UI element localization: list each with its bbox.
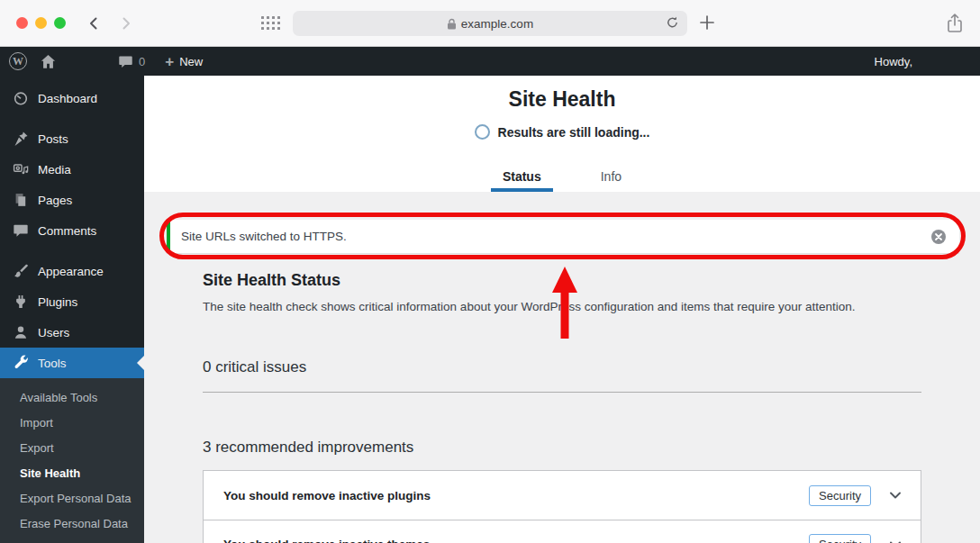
brush-icon [12,262,30,280]
security-badge: Security [809,485,871,506]
submenu-item-export-personal-data[interactable]: Export Personal Data [0,485,144,511]
wordpress-logo-icon[interactable]: W [9,52,27,70]
new-tab-button[interactable] [699,14,715,34]
back-button[interactable] [86,15,102,32]
loading-status: Results are still loading... [144,124,980,140]
sidebar-item-plugins[interactable]: Plugins [0,286,144,317]
sidebar-label: Pages [38,194,72,207]
plug-icon [12,293,30,311]
forward-chevron-icon [124,18,130,28]
comments-bubble-button[interactable] [118,54,133,69]
window-controls [16,17,66,29]
tab-status[interactable]: Status [491,169,553,192]
dismiss-notice-button[interactable] [930,229,947,245]
dashboard-icon [12,89,30,107]
success-notice: Site URLs switched to HTTPS. [167,220,959,253]
user-icon [12,323,30,341]
sidebar-label: Users [38,326,69,339]
page-title: Site Health [144,76,980,112]
plus-icon: + [165,54,174,69]
issue-title: You should remove inactive plugins [223,489,809,502]
section-divider [203,392,921,393]
issue-title: You should remove inactive themes [223,538,809,543]
refresh-icon[interactable] [666,15,679,32]
content-body: Site URLs switched to HTTPS. Site Health… [144,192,980,543]
chevron-down-icon [888,488,903,502]
issue-row-inactive-plugins[interactable]: You should remove inactive plugins Secur… [204,471,921,520]
sidebar-item-users[interactable]: Users [0,317,144,348]
tools-submenu: Available Tools Import Export Site Healt… [0,378,144,543]
howdy-greeting[interactable]: Howdy, [875,55,912,68]
submenu-item-erase-personal-data[interactable]: Erase Personal Data [0,511,144,536]
loading-spinner-icon [475,124,490,140]
chevron-down-icon [888,538,903,543]
zoom-window-button[interactable] [54,17,66,29]
recommended-heading: 3 recommended improvements [203,439,921,457]
sidebar-item-comments[interactable]: Comments [0,215,144,246]
close-window-button[interactable] [16,17,28,29]
sidebar-label: Posts [38,132,68,146]
security-badge: Security [809,534,871,543]
notice-message: Site URLs switched to HTTPS. [181,230,930,243]
tab-info[interactable]: Info [589,169,633,192]
sidebar-item-appearance[interactable]: Appearance [0,256,144,286]
loading-text: Results are still loading... [498,125,650,140]
comment-bubble-icon [119,56,132,67]
section-heading: Site Health Status [203,271,921,290]
section-description: The site health check shows critical inf… [203,300,921,313]
url-text: example.com [461,17,533,31]
submenu-item-export[interactable]: Export [0,435,144,460]
minimize-window-button[interactable] [35,17,47,29]
visit-site-button[interactable] [40,53,57,70]
pushpin-icon [12,130,30,148]
issue-row-inactive-themes[interactable]: You should remove inactive themes Securi… [204,520,921,543]
sidebar-item-media[interactable]: Media [0,154,144,185]
issues-accordion: You should remove inactive plugins Secur… [203,470,921,543]
submenu-item-site-health[interactable]: Site Health [0,460,144,485]
wrench-icon [12,354,30,372]
lock-icon [447,18,457,30]
share-button[interactable] [946,13,964,38]
share-icon [948,14,961,32]
comment-count: 0 [139,55,145,68]
sidebar-label: Appearance [38,265,104,278]
sidebar-item-dashboard[interactable]: Dashboard [0,83,144,113]
sidebar-label: Tools [38,357,67,370]
admin-sidebar: Dashboard Posts Media Pages [0,76,144,543]
forward-button[interactable] [118,15,134,32]
media-icon [12,160,30,178]
sidebar-label: Dashboard [38,92,97,105]
site-health-header: Site Health Results are still loading...… [144,76,980,192]
critical-issues-heading: 0 critical issues [203,358,921,376]
back-chevron-icon [91,18,96,28]
wp-admin-bar: W 0 + New Howdy, [0,47,980,76]
app-grid-icon[interactable] [261,16,281,31]
sidebar-item-tools[interactable]: Tools [0,348,144,378]
home-icon [41,55,55,68]
submenu-item-available-tools[interactable]: Available Tools [0,385,144,410]
pages-icon [12,191,30,209]
sidebar-item-posts[interactable]: Posts [0,123,144,154]
sidebar-label: Plugins [38,295,77,309]
sidebar-item-pages[interactable]: Pages [0,185,144,215]
plus-icon [701,16,713,29]
sidebar-label: Media [38,163,71,176]
new-content-button[interactable]: New [179,55,203,68]
comment-icon [12,222,30,240]
tab-bar: Status Info [144,169,980,192]
sidebar-label: Comments [38,224,96,238]
submenu-item-import[interactable]: Import [0,410,144,435]
circle-x-icon [930,229,947,245]
browser-chrome: example.com [0,0,980,47]
address-bar[interactable]: example.com [293,11,687,36]
main-content: Site Health Results are still loading...… [144,76,980,543]
